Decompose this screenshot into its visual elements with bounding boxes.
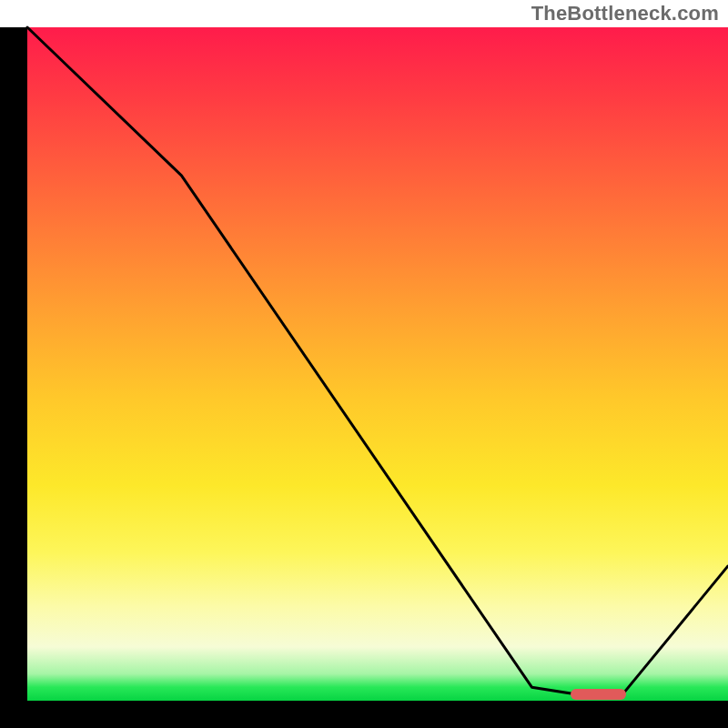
plot-wrap — [27, 27, 728, 701]
y-axis — [0, 27, 27, 701]
optimal-range-marker — [571, 689, 627, 700]
x-axis — [0, 701, 728, 728]
curve-path — [27, 27, 728, 694]
chart-container: TheBottleneck.com — [0, 0, 728, 728]
bottleneck-curve — [27, 27, 728, 701]
watermark-text: TheBottleneck.com — [531, 2, 719, 25]
